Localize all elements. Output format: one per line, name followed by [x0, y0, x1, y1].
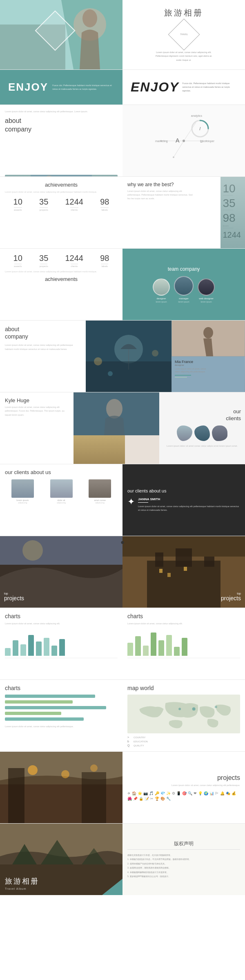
hbar-fill-5: [5, 717, 84, 721]
legend-item-1: > COUNTRY: [127, 736, 240, 739]
clients-right: ourclients Lorem ipsum dolor sit amet co…: [159, 392, 245, 464]
client-icon-3: [212, 425, 227, 441]
icon-music: 🎵: [149, 791, 154, 795]
stat-label-awards: awards: [13, 209, 22, 211]
map-legend: > COUNTRY b EDUCATION Q QUALITY: [127, 736, 240, 747]
stat-awards: 10 awards: [13, 197, 22, 211]
footer-left: 旅游相册 Travel Album: [0, 824, 122, 895]
bar-5: [36, 641, 42, 656]
svg-rect-5: [31, 175, 92, 176]
footer-title-block: 旅游相册 Travel Album: [5, 876, 118, 890]
stat-label-labels: labels: [100, 209, 109, 211]
slide-about-company: Lorem ipsum dolor sit amet, conse ctetur…: [0, 105, 245, 176]
stat2-num3: 1244: [65, 254, 83, 263]
achievements-text: Lorem ipsum dolor sit amet, conse ctetur…: [5, 190, 118, 194]
footer-subtitle: Travel Album: [5, 887, 118, 890]
svg-text:A: A: [176, 137, 180, 144]
svg-line-9: [184, 122, 196, 141]
stat-label-clients: clients: [65, 209, 83, 211]
team-right: team company designer lorem ipsum manage…: [122, 249, 245, 320]
achievements-title: achievements: [5, 182, 118, 188]
copyright-line-4: 4. 本模板最终解释权归悦色设计工作室所有。: [127, 870, 240, 875]
team-role-1: designer: [153, 297, 170, 300]
svg-rect-53: [82, 772, 106, 823]
svg-rect-33: [0, 536, 122, 565]
copyright-line-2: 2. 使用本模板产生的任何纠纷与本站无关。: [127, 862, 240, 866]
svg-point-45: [215, 706, 217, 708]
about-left: Lorem ipsum dolor sit amet, conse ctetur…: [0, 105, 122, 176]
slide-enjoy: ENJOY Fusce dui. Pellentesque habitant m…: [0, 70, 245, 105]
charts-title-left: charts: [5, 613, 118, 619]
icon-mask: 🎭: [226, 791, 230, 795]
stat2-awards: 10 awards: [13, 254, 22, 267]
top-label-left: top projects: [0, 592, 122, 601]
stat2-num1: 10: [13, 254, 22, 263]
svg-point-44: [192, 707, 196, 710]
kyle-photo3: [125, 435, 159, 464]
team-role-3: web designer: [198, 297, 215, 300]
map-right: map world > COUNTRY: [122, 680, 245, 751]
bar-2: [13, 640, 18, 656]
copyright-line-5: 5. 更多精品PPT模板请关注公众号：悦色设计。: [127, 874, 240, 879]
bar-chart-right: [127, 630, 240, 658]
slide-about2: aboutcompany Lorem ipsum dolor sit amet,…: [0, 321, 245, 392]
enjoy-text-right: Fusce dui. Pellentesque habitant morbi t…: [182, 82, 237, 92]
title-diamond: TRAVEL: [168, 19, 200, 51]
projects-title: projects: [127, 774, 240, 782]
icon-money: 💰: [232, 791, 236, 795]
enjoy-label-right: ENJOY: [131, 80, 179, 95]
mia-bar2: [175, 377, 187, 378]
bar-r7: [174, 647, 180, 656]
about-text-area: Lorem ipsum dolor sit amet, conse ctetur…: [5, 110, 118, 172]
map-title: map world: [127, 685, 240, 691]
subtitle-in-diamond: TRAVEL: [180, 33, 187, 36]
projects-text: Lorem ipsum dolor sit amet, conse ctetur…: [127, 784, 240, 787]
hbar-text: Lorem ipsum dolor sit amet, conse ctetur…: [5, 725, 118, 728]
client-cards: lorem ipsum adipiscing dolor sit adipisc…: [5, 479, 118, 504]
copyright-title: 版权声明: [127, 840, 240, 850]
enjoy-left: ENJOY Fusce dui. Pellentesque habitant m…: [0, 70, 122, 105]
clients-quote-title: our clients about us: [127, 488, 240, 493]
quote-content: JANNA SMITH Lorem ipsum dolor sit amet, …: [138, 497, 240, 512]
hbars: [5, 695, 118, 721]
charts-title-right: charts: [127, 613, 240, 619]
team-avatar-3: [198, 278, 215, 296]
icon-pin: 📌: [133, 797, 138, 801]
client-desc-1: adipiscing: [5, 501, 40, 504]
icons-grid: ✈ 🏠 ⭐ 📷 🎵 🔑 💎 ✨ ⚙ 📱 🎯 🔍 ❤ 💡 🌍 📊 🏳 🔔 🎭 💰 …: [127, 791, 240, 801]
about2-photo1: [86, 321, 172, 392]
svg-rect-22: [86, 361, 172, 392]
team-text-1: lorem ipsum: [153, 301, 170, 303]
client-img-2: [50, 479, 73, 498]
top-word-left: top: [4, 592, 118, 595]
kyle-left: Kyle Huge Lorem ipsum dolor sit amet, co…: [0, 392, 74, 464]
icon-chart: 📊: [209, 791, 214, 795]
svg-point-51: [90, 764, 98, 772]
icon-lock: 🔒: [139, 797, 143, 801]
svg-point-25: [108, 371, 113, 376]
clients-about-title: our clients about us: [5, 469, 118, 475]
copyright-line-1: 1. 本模板为悦色设计作品，不允许用于商业用途，版权归原作者所有。: [127, 857, 240, 862]
slide-achievements2: 10 awards 35 projects 1244 clients 98 la…: [0, 249, 245, 320]
icon-heart: ❤: [194, 791, 197, 795]
team-avatar-2: [174, 276, 194, 296]
hbar-row-1: [5, 695, 118, 698]
svg-point-15: [205, 140, 207, 142]
mia-name: Mia France: [175, 360, 207, 364]
client-card-3: amet conse adipiscing: [82, 479, 118, 504]
icon-phone: 📱: [176, 791, 181, 795]
svg-rect-38: [155, 552, 163, 567]
analytics-diagram: analytics / developer A: [153, 112, 214, 169]
copyright-line-3: 3. 如需商业使用，请联系原作者购买商业授权。: [127, 866, 240, 870]
client-img-1: [11, 479, 34, 498]
icon-camera: 📷: [143, 791, 148, 795]
icon-diamond: 💎: [160, 791, 165, 795]
mia-info: Mia France designer Lorem ipsum dolor si…: [175, 360, 207, 379]
svg-rect-39: [176, 548, 192, 567]
stat2-label3: clients: [65, 265, 83, 267]
icon-house: 🏠: [132, 791, 136, 795]
client-icon-2: [194, 425, 210, 441]
mia-role: designer: [175, 364, 207, 366]
about2-text: Lorem ipsum dolor sit amet, conse ctetur…: [5, 343, 81, 351]
achievements2-title: achievements: [5, 276, 118, 282]
